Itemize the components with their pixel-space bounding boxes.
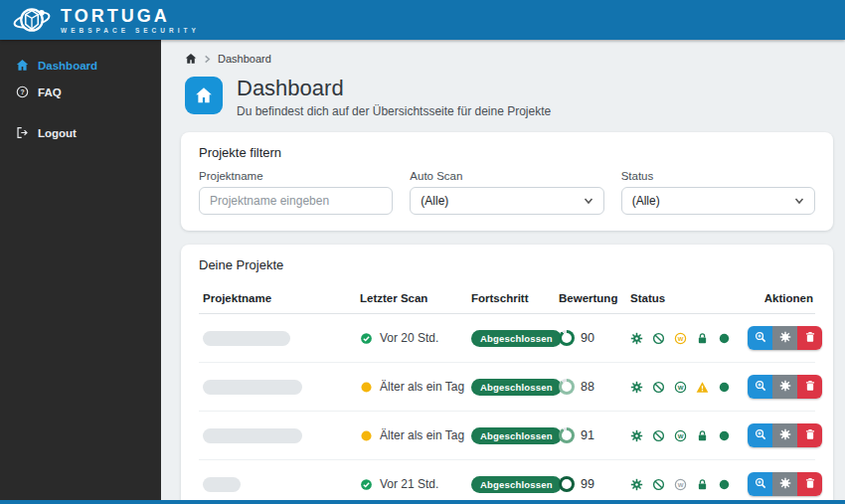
score-ring [559,476,575,492]
status-dot-icon [718,332,731,345]
table-row: Vor 20 Std.Abgeschlossen90W [199,314,815,363]
gear-button[interactable] [772,326,797,350]
trash-icon [804,380,816,395]
projects-card: Deine Projekte ProjektnameLetzter ScanFo… [181,245,833,500]
zoom-icon [755,331,766,346]
zoom-button[interactable] [748,375,772,399]
status-select[interactable]: (Alle) [621,187,815,215]
score-ring [559,427,575,443]
app-header: TORTUGA WEBSPACE SECURITY [0,0,845,40]
column-header: Bewertung [555,292,626,304]
breadcrumb: Dashboard [161,40,845,69]
auto-scan-label: Auto Scan [410,170,603,182]
home-icon [16,59,29,72]
status-gear-icon [630,332,643,345]
status-dot-icon [718,381,731,394]
score-value: 99 [581,477,594,491]
last-scan-text: Vor 20 Std. [380,331,438,345]
page-header: Dashboard Du befindest dich auf der Über… [161,69,845,118]
zoom-button[interactable] [748,472,772,496]
svg-text:?: ? [20,88,24,95]
column-header: Aktionen [744,292,815,304]
brand-logo[interactable]: TORTUGA WEBSPACE SECURITY [12,3,200,37]
sidebar-item-label: Logout [38,127,77,139]
zoom-button[interactable] [748,423,772,447]
status-ban-icon [652,381,665,394]
gear-icon [779,380,791,395]
zoom-icon [755,380,766,395]
breadcrumb-current[interactable]: Dashboard [218,53,271,65]
sidebar-item-label: FAQ [38,86,62,98]
score-ring [559,330,575,346]
status-ban-icon [652,478,665,491]
row-actions [748,472,822,496]
score-value: 91 [581,428,594,442]
chevron-right-icon [203,55,212,64]
progress-badge: Abgeschlossen [471,330,562,347]
last-scan-text: Vor 21 Std. [380,477,438,491]
svg-text:W: W [678,480,684,487]
status-wordpress-icon: W [674,429,687,442]
zoom-button[interactable] [748,326,772,350]
turtle-logo-icon [12,3,52,37]
column-header: Fortschritt [467,292,555,304]
page-title: Dashboard [237,77,551,100]
main-content: Dashboard Dashboard Du befindest dich au… [161,40,845,500]
auto-scan-select[interactable]: (Alle) [410,187,603,215]
progress-badge: Abgeschlossen [471,476,562,493]
projektname-input[interactable] [199,187,393,215]
project-name-redacted [203,428,302,443]
zoom-icon [755,477,766,492]
gear-button[interactable] [772,472,797,496]
gear-button[interactable] [772,375,797,399]
sidebar-item-faq[interactable]: ?FAQ [0,79,161,105]
home-icon[interactable] [185,53,197,65]
column-header: Letzter Scan [356,292,467,304]
check-circle-icon [360,478,373,491]
trash-button[interactable] [797,326,822,350]
last-scan-text: Älter als ein Tag [380,380,464,394]
status-ban-icon [652,429,665,442]
chevron-down-icon [584,196,593,206]
gear-button[interactable] [772,423,797,447]
trash-icon [804,331,816,346]
logout-icon [16,126,29,139]
pending-circle-icon [360,429,373,442]
status-gear-icon [630,478,643,491]
status-lock-icon [696,478,709,491]
sidebar: Dashboard?FAQLogout [0,40,161,500]
row-actions [748,375,822,399]
trash-button[interactable] [797,423,822,447]
status-dot-icon [718,429,731,442]
status-dot-icon [718,478,731,491]
trash-button[interactable] [797,472,822,496]
trash-button[interactable] [797,375,822,399]
dashboard-home-icon [185,77,223,114]
table-row: Älter als ein TagAbgeschlossen88W [199,363,815,412]
table-header: ProjektnameLetzter ScanFortschrittBewert… [199,282,815,314]
gear-icon [779,428,791,443]
sidebar-item-logout[interactable]: Logout [0,119,161,146]
score-value: 88 [581,380,594,394]
status-wordpress-icon: W [674,381,687,394]
status-gear-icon [630,381,643,394]
question-icon: ? [16,85,29,98]
project-name-redacted [203,331,290,346]
project-name-redacted [203,477,241,492]
score-ring [559,379,575,395]
score-value: 90 [581,331,594,345]
filter-card: Projekte filtern Projektname Auto Scan (… [181,132,833,231]
table-row: Älter als ein TagAbgeschlossen91W [199,412,815,460]
progress-badge: Abgeschlossen [471,379,562,396]
sidebar-item-dashboard[interactable]: Dashboard [0,52,161,79]
gear-icon [779,331,791,346]
status-label: Status [621,170,815,182]
window-edge [0,500,845,504]
status-lock-icon [696,429,709,442]
last-scan-text: Älter als ein Tag [380,428,464,442]
zoom-icon [755,428,766,443]
project-name-redacted [203,380,302,395]
pending-circle-icon [360,381,373,394]
progress-badge: Abgeschlossen [471,427,562,444]
page-subtitle: Du befindest dich auf der Übersichtsseit… [237,104,551,118]
